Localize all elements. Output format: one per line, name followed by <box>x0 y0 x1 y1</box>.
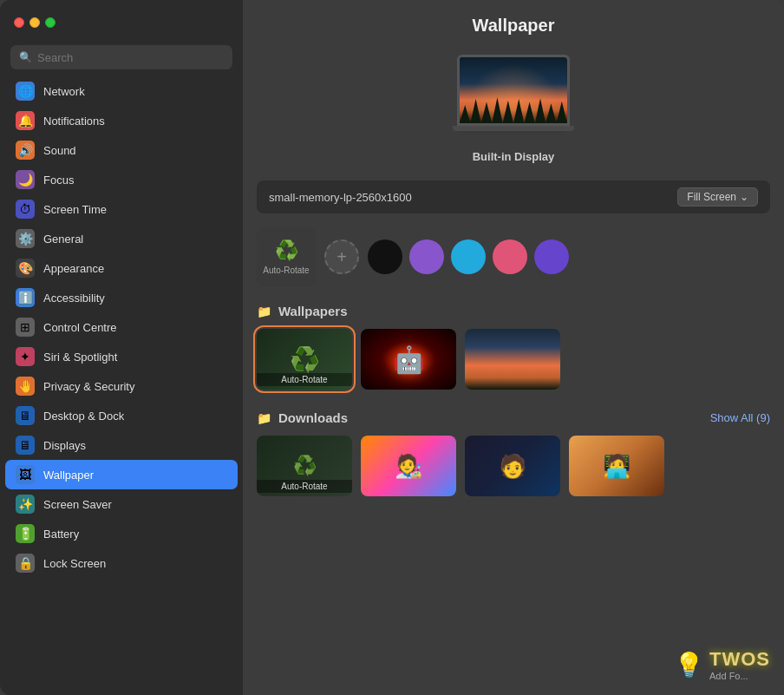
watermark-icon: 💡 <box>674 651 704 679</box>
privacy-security-label: Privacy & Security <box>43 380 134 393</box>
siri-spotlight-label: Siri & Spotlight <box>43 351 117 364</box>
search-bar[interactable]: 🔍 <box>10 45 232 69</box>
main-window: 🔍 🌐Network🔔Notifications🔊Sound🌙Focus⏱Scr… <box>0 0 784 695</box>
laptop-screen <box>457 55 570 126</box>
traffic-lights <box>14 17 56 28</box>
auto-rotate-label: Auto-Rotate <box>263 266 309 275</box>
sidebar-item-appearance[interactable]: 🎨Appearance <box>5 253 238 283</box>
screen-time-icon: ⏱ <box>16 200 35 219</box>
screen-time-label: Screen Time <box>43 203 107 216</box>
sidebar-item-wallpaper[interactable]: 🖼Wallpaper <box>5 460 238 489</box>
download-thumb-4[interactable]: 🧑‍💻 <box>569 436 664 496</box>
sidebar-item-battery[interactable]: 🔋Battery <box>5 519 238 548</box>
main-header: Wallpaper <box>243 0 784 46</box>
sidebar-item-siri-spotlight[interactable]: ✦Siri & Spotlight <box>5 342 238 371</box>
laptop-frame <box>448 55 578 141</box>
lock-screen-label: Lock Screen <box>43 557 106 570</box>
add-wallpaper-button[interactable]: + <box>324 239 359 274</box>
sidebar-item-network[interactable]: 🌐Network <box>5 76 238 106</box>
lock-screen-icon: 🔒 <box>16 554 35 573</box>
sidebar-item-lock-screen[interactable]: 🔒Lock Screen <box>5 548 238 578</box>
sidebar-item-desktop-dock[interactable]: 🖥Desktop & Dock <box>5 401 238 430</box>
show-all-button[interactable]: Show All (9) <box>710 411 770 424</box>
appearance-icon: 🎨 <box>16 259 35 278</box>
wallpaper-thumb-3[interactable] <box>465 329 560 390</box>
main-content: Wallpaper Built-in Display small-memory-… <box>243 0 784 695</box>
wallpaper-label: Wallpaper <box>43 469 94 482</box>
search-icon: 🔍 <box>19 51 32 63</box>
sidebar-item-sound[interactable]: 🔊Sound <box>5 135 238 165</box>
displays-label: Displays <box>43 439 86 452</box>
watermark-text: TWOS <box>709 648 770 671</box>
battery-label: Battery <box>43 528 79 541</box>
sidebar-item-displays[interactable]: 🖥Displays <box>5 430 238 460</box>
focus-label: Focus <box>43 174 74 187</box>
network-label: Network <box>43 85 85 98</box>
sidebar-items-container: 🌐Network🔔Notifications🔊Sound🌙Focus⏱Scree… <box>0 76 243 578</box>
accessibility-label: Accessibility <box>43 292 105 305</box>
color-swatch-2[interactable] <box>451 239 486 274</box>
network-icon: 🌐 <box>16 82 35 101</box>
swatches-container <box>368 239 569 274</box>
sidebar-item-accessibility[interactable]: ℹ️Accessibility <box>5 283 238 312</box>
color-swatch-1[interactable] <box>409 239 444 274</box>
display-preview: Built-in Display <box>243 46 784 180</box>
sidebar-item-privacy-security[interactable]: 🤚Privacy & Security <box>5 371 238 401</box>
displays-icon: 🖥 <box>16 436 35 455</box>
thumb-label-1: Auto-Rotate <box>257 373 352 386</box>
watermark: 💡 TWOS Add Fo... <box>674 648 770 681</box>
sidebar-item-control-centre[interactable]: ⊞Control Centre <box>5 312 238 342</box>
sidebar-item-screen-saver[interactable]: ✨Screen Saver <box>5 489 238 519</box>
sidebar-item-focus[interactable]: 🌙Focus <box>5 165 238 194</box>
sidebar: 🔍 🌐Network🔔Notifications🔊Sound🌙Focus⏱Scr… <box>0 0 243 695</box>
screen-saver-icon: ✨ <box>16 495 35 514</box>
options-row: ♻️ Auto-Rotate + <box>243 224 784 297</box>
wallpaper-name: small-memory-lp-2560x1600 <box>269 191 412 204</box>
wallpapers-section-header: 📁 Wallpapers <box>243 297 784 325</box>
privacy-security-icon: 🤚 <box>16 377 35 396</box>
color-swatch-4[interactable] <box>534 239 569 274</box>
notifications-icon: 🔔 <box>16 111 35 130</box>
control-centre-label: Control Centre <box>43 321 117 334</box>
screen-saver-label: Screen Saver <box>43 498 112 511</box>
wallpaper-thumb-1[interactable]: ♻️ Auto-Rotate <box>257 329 352 390</box>
notifications-label: Notifications <box>43 115 105 128</box>
downloads-grid: ♻️ Auto-Rotate 🧑‍🎨 🧑 🧑‍💻 <box>243 432 784 510</box>
wallpaper-selector: small-memory-lp-2560x1600 Fill Screen ⌄ <box>257 180 770 213</box>
focus-icon: 🌙 <box>16 170 35 189</box>
color-swatch-3[interactable] <box>493 239 527 274</box>
dl-thumb-label-1: Auto-Rotate <box>257 480 352 493</box>
maximize-button[interactable] <box>45 17 56 28</box>
close-button[interactable] <box>14 17 24 28</box>
auto-rotate-icon: ♻️ <box>275 239 298 262</box>
download-thumb-2[interactable]: 🧑‍🎨 <box>361 436 456 496</box>
display-label: Built-in Display <box>473 150 555 163</box>
color-swatch-0[interactable] <box>368 239 402 274</box>
folder-icon: 📁 <box>257 305 271 318</box>
wallpapers-grid: ♻️ Auto-Rotate 🤖 <box>243 325 784 403</box>
chevron-down-icon: ⌄ <box>740 191 748 203</box>
downloads-folder-icon: 📁 <box>257 411 271 425</box>
download-thumb-3[interactable]: 🧑 <box>465 436 560 496</box>
sidebar-item-screen-time[interactable]: ⏱Screen Time <box>5 194 238 224</box>
fill-screen-button[interactable]: Fill Screen ⌄ <box>677 187 758 207</box>
sidebar-item-notifications[interactable]: 🔔Notifications <box>5 106 238 135</box>
general-label: General <box>43 233 83 246</box>
minimize-button[interactable] <box>29 17 40 28</box>
watermark-sub: Add Fo... <box>709 671 770 681</box>
wallpaper-thumb-2[interactable]: 🤖 <box>361 329 456 390</box>
watermark-content: TWOS Add Fo... <box>709 648 770 681</box>
desktop-dock-icon: 🖥 <box>16 406 35 425</box>
battery-icon: 🔋 <box>16 524 35 543</box>
laptop-stand <box>461 131 565 134</box>
siri-spotlight-icon: ✦ <box>16 347 35 366</box>
sidebar-item-general[interactable]: ⚙️General <box>5 224 238 253</box>
search-input[interactable] <box>37 51 224 64</box>
download-thumb-1[interactable]: ♻️ Auto-Rotate <box>257 436 352 496</box>
wallpaper-icon: 🖼 <box>16 465 35 484</box>
downloads-section-title: Downloads <box>278 410 348 425</box>
auto-rotate-button[interactable]: ♻️ Auto-Rotate <box>257 227 316 286</box>
general-icon: ⚙️ <box>16 229 35 248</box>
control-centre-icon: ⊞ <box>16 318 35 337</box>
downloads-section-header: 📁 Downloads Show All (9) <box>243 403 784 432</box>
